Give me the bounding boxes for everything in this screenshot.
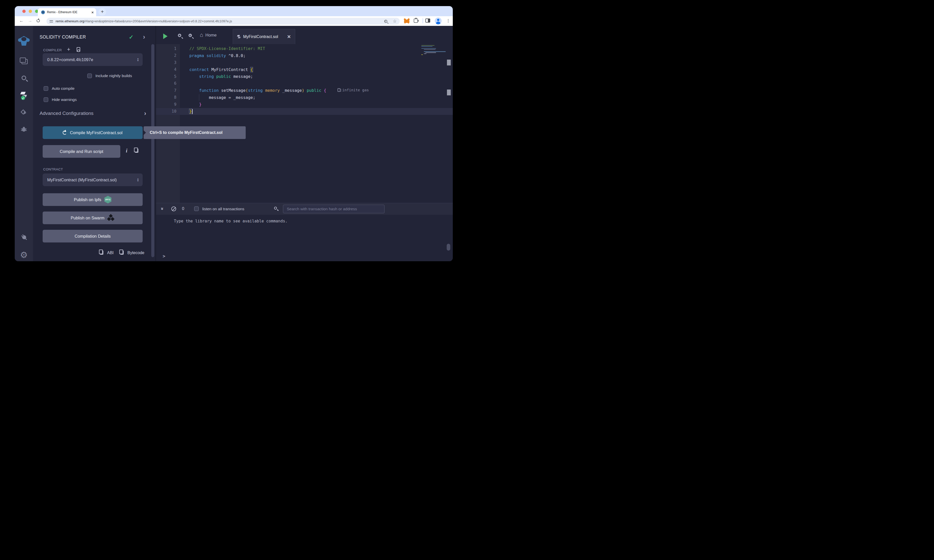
publish-swarm-button[interactable]: Publish on Swarm: [43, 212, 143, 224]
compile-button[interactable]: Compile MyFirstContract.sol: [43, 126, 143, 139]
license-doc-icon[interactable]: [77, 47, 80, 52]
auto-compile-checkbox[interactable]: [44, 86, 48, 91]
bytecode-label[interactable]: Bytecode: [127, 251, 145, 255]
code-line[interactable]: 1// SPDX-License-Identifier: MIT: [156, 45, 453, 52]
copy-icon[interactable]: [135, 149, 138, 153]
bookmark-star-icon[interactable]: ☆: [393, 18, 397, 24]
url-text: remix.ethereum.org/#lang=en&optimize=fal…: [55, 19, 384, 23]
tab-close-icon[interactable]: ×: [91, 10, 94, 14]
zoom-in-icon[interactable]: +: [189, 34, 192, 37]
app-content: ✓ ⚙ SOLIDITY COMPILER ✓ › COMPILER + 0.8…: [15, 26, 453, 261]
listen-transactions-checkbox[interactable]: [194, 206, 199, 211]
file-explorer-icon[interactable]: [15, 58, 33, 64]
info-icon[interactable]: i: [126, 148, 127, 154]
publish-ipfs-button[interactable]: Publish on Ipfs IPFS: [43, 193, 143, 206]
terminal-output[interactable]: Type the library name to see available c…: [156, 215, 453, 261]
browser-menu-icon[interactable]: ⋮: [446, 18, 450, 23]
abi-label[interactable]: ABI: [107, 251, 114, 255]
compile-and-run-button[interactable]: Compile and Run script: [43, 145, 120, 158]
code-line[interactable]: 5 string public message;: [156, 73, 453, 80]
solidity-compiler-icon[interactable]: ✓: [15, 91, 33, 99]
reload-icon[interactable]: [37, 19, 40, 22]
run-script-play-icon[interactable]: [163, 34, 170, 39]
line-number: 9: [156, 102, 180, 107]
hide-warnings-row: Hide warnings: [44, 97, 77, 102]
site-settings-icon[interactable]: [49, 20, 53, 23]
copy-bytecode-icon[interactable]: [120, 251, 123, 255]
zoom-page-icon[interactable]: +: [384, 20, 387, 23]
editor-area: − + ⌂ Home MyFirstContract.sol ✕ 1// SPD…: [156, 26, 453, 261]
include-nightly-row: Include nightly builds: [87, 74, 132, 78]
gas-estimate-annotation: infinite gas: [338, 88, 369, 92]
code-lines: 1// SPDX-License-Identifier: MIT2pragma …: [156, 45, 453, 115]
new-tab-button[interactable]: +: [99, 8, 106, 16]
terminal-search-input[interactable]: [283, 205, 385, 213]
side-panel-icon[interactable]: [425, 18, 430, 23]
address-bar[interactable]: remix.ethereum.org/#lang=en&optimize=fal…: [46, 18, 400, 25]
profile-avatar[interactable]: [435, 17, 442, 25]
code-line[interactable]: 8 message = _message;: [156, 94, 453, 101]
icon-rail: ✓ ⚙: [15, 26, 33, 261]
line-number: 1: [156, 46, 180, 51]
add-compiler-icon[interactable]: +: [67, 46, 70, 53]
browser-tab-title: Remix - Ethereum IDE: [47, 11, 91, 14]
code-text: // SPDX-License-Identifier: MIT: [180, 46, 265, 51]
code-line[interactable]: 3: [156, 59, 453, 66]
browser-tab[interactable]: Remix - Ethereum IDE ×: [38, 8, 96, 16]
solidity-file-icon: [237, 34, 240, 39]
include-nightly-checkbox[interactable]: [87, 74, 92, 78]
close-tab-icon[interactable]: ✕: [287, 34, 291, 40]
select-spinner-icon: ▲▼: [137, 58, 139, 62]
panel-success-check-icon: ✓: [129, 34, 134, 41]
select-spinner-icon: ▲▼: [137, 178, 139, 182]
collapse-terminal-icon[interactable]: »: [160, 208, 165, 210]
deploy-run-icon[interactable]: [15, 109, 33, 115]
tab-myfirstcontract[interactable]: MyFirstContract.sol ✕: [233, 29, 295, 44]
panel-chevron-icon[interactable]: ›: [143, 33, 145, 41]
extensions-icon[interactable]: [414, 18, 418, 23]
compiler-label: COMPILER: [43, 48, 62, 52]
zoom-out-icon[interactable]: −: [178, 34, 181, 37]
code-line[interactable]: 4contract MyFirstContract {: [156, 66, 453, 73]
editor-minimap[interactable]: [421, 45, 442, 55]
debugger-icon[interactable]: [15, 127, 33, 132]
plugin-manager-icon[interactable]: [15, 234, 33, 240]
terminal: » 0 listen on all transactions Type the …: [156, 203, 453, 261]
close-window-button[interactable]: [22, 10, 26, 13]
search-icon[interactable]: [15, 75, 33, 80]
compiler-version-select[interactable]: 0.8.22+commit.4fc1097e ▲▼: [43, 53, 143, 66]
editor-scrollbar-mark[interactable]: [447, 89, 451, 95]
line-number: 6: [156, 81, 180, 86]
code-line[interactable]: 7 function setMessage(string memory _mes…: [156, 87, 453, 94]
code-editor[interactable]: 1// SPDX-License-Identifier: MIT2pragma …: [156, 44, 453, 203]
remix-logo-icon[interactable]: [15, 36, 33, 46]
back-icon[interactable]: ←: [19, 18, 24, 23]
terminal-scrollbar[interactable]: [447, 244, 450, 251]
contract-label: CONTRACT: [43, 168, 63, 171]
clear-console-icon[interactable]: [171, 206, 176, 211]
advanced-configurations[interactable]: Advanced Configurations ›: [40, 111, 149, 116]
minimize-window-button[interactable]: [29, 10, 32, 13]
terminal-prompt: >: [163, 254, 165, 259]
code-line[interactable]: 10}: [156, 108, 453, 115]
line-number: 3: [156, 60, 180, 65]
code-line[interactable]: 6: [156, 80, 453, 87]
remix-favicon-icon: [41, 11, 45, 14]
compilation-details-button[interactable]: Compilation Details: [43, 230, 143, 243]
tab-home[interactable]: ⌂ Home: [200, 32, 216, 37]
metamask-extension-icon[interactable]: [404, 18, 410, 24]
panel-title: SOLIDITY COMPILER: [40, 34, 86, 40]
panel-scrollbar[interactable]: [151, 44, 154, 257]
code-line[interactable]: 2pragma solidity ^0.8.0;: [156, 52, 453, 59]
editor-scrollbar-mark[interactable]: [447, 60, 451, 65]
hide-warnings-checkbox[interactable]: [44, 97, 48, 102]
forward-icon[interactable]: →: [28, 18, 32, 23]
auto-compile-row: Auto compile: [44, 86, 75, 91]
code-line[interactable]: 9 }: [156, 101, 453, 108]
contract-select[interactable]: MyFirstContract (MyFirstContract.sol) ▲▼: [43, 174, 143, 186]
copy-abi-icon[interactable]: [100, 251, 103, 255]
terminal-search-icon: [274, 207, 277, 209]
line-number: 10: [156, 109, 180, 114]
compile-success-badge-icon: ✓: [20, 95, 26, 100]
settings-icon[interactable]: ⚙: [15, 251, 33, 259]
